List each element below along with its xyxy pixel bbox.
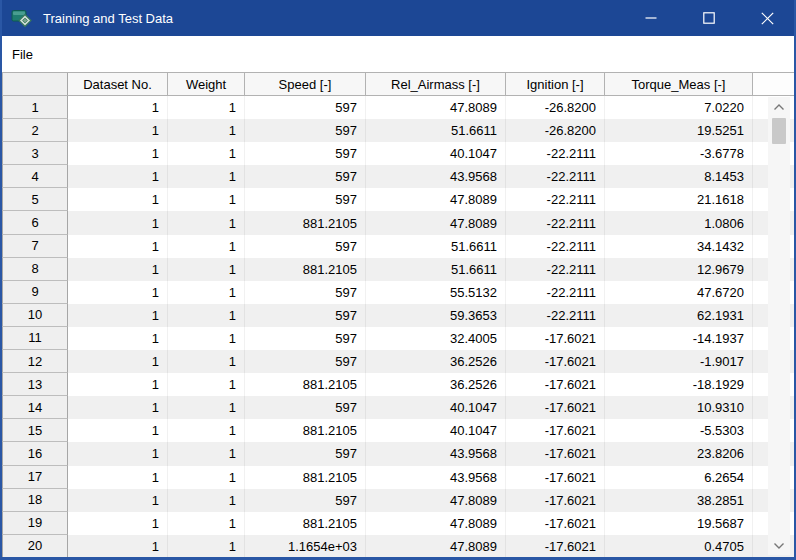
table-cell[interactable]: 1 <box>168 327 245 350</box>
table-cell[interactable]: 1 <box>68 350 168 373</box>
table-cell[interactable]: 597 <box>245 489 366 512</box>
vertical-scrollbar[interactable] <box>768 97 790 555</box>
table-cell[interactable]: 597 <box>245 142 366 165</box>
table-cell[interactable]: -22.2111 <box>506 258 605 281</box>
table-cell[interactable]: 1 <box>68 512 168 535</box>
table-cell[interactable]: 7.0220 <box>605 96 753 119</box>
table-cell[interactable]: 1 <box>68 304 168 327</box>
table-cell[interactable]: -17.6021 <box>506 466 605 489</box>
table-cell[interactable]: 1 <box>168 211 245 234</box>
table-cell[interactable]: 1 <box>68 119 168 142</box>
table-cell[interactable]: -22.2111 <box>506 165 605 188</box>
table-cell[interactable]: 1 <box>168 466 245 489</box>
close-button[interactable] <box>738 0 796 36</box>
table-cell[interactable]: 23.8206 <box>605 442 753 465</box>
table-cell[interactable]: 1 <box>68 327 168 350</box>
table-cell[interactable]: -22.2111 <box>506 304 605 327</box>
table-cell[interactable]: -17.6021 <box>506 350 605 373</box>
table-cell[interactable]: 62.1931 <box>605 304 753 327</box>
scroll-up-button[interactable] <box>768 97 790 116</box>
table-cell[interactable]: -26.8200 <box>506 96 605 119</box>
table-cell[interactable]: 1 <box>168 96 245 119</box>
table-cell[interactable]: -17.6021 <box>506 535 605 558</box>
table-cell[interactable]: -22.2111 <box>506 281 605 304</box>
table-cell[interactable]: 881.2105 <box>245 373 366 396</box>
table-cell[interactable]: -1.9017 <box>605 350 753 373</box>
table-cell[interactable]: -14.1937 <box>605 327 753 350</box>
table-cell[interactable]: 43.9568 <box>366 466 506 489</box>
table-cell[interactable]: 1 <box>68 235 168 258</box>
table-cell[interactable]: 32.4005 <box>366 327 506 350</box>
table-cell[interactable]: 21.1618 <box>605 188 753 211</box>
table-cell[interactable]: 881.2105 <box>245 258 366 281</box>
table-cell[interactable]: -17.6021 <box>506 442 605 465</box>
table-cell[interactable]: 1 <box>168 258 245 281</box>
table-cell[interactable]: 47.8089 <box>366 96 506 119</box>
table-cell[interactable]: 47.6720 <box>605 281 753 304</box>
table-cell[interactable]: 1 <box>68 258 168 281</box>
table-cell[interactable]: 597 <box>245 304 366 327</box>
table-cell[interactable]: -22.2111 <box>506 211 605 234</box>
table-cell[interactable]: -22.2111 <box>506 188 605 211</box>
table-cell[interactable]: 38.2851 <box>605 489 753 512</box>
table-cell[interactable]: -17.6021 <box>506 489 605 512</box>
table-cell[interactable]: 597 <box>245 350 366 373</box>
table-cell[interactable]: 1 <box>168 165 245 188</box>
table-cell[interactable]: 1 <box>168 350 245 373</box>
table-cell[interactable]: 34.1432 <box>605 235 753 258</box>
table-cell[interactable]: 47.8089 <box>366 188 506 211</box>
table-cell[interactable]: 40.1047 <box>366 142 506 165</box>
table-cell[interactable]: -18.1929 <box>605 373 753 396</box>
table-cell[interactable]: 51.6611 <box>366 258 506 281</box>
table-cell[interactable]: 1 <box>68 489 168 512</box>
table-cell[interactable]: 51.6611 <box>366 119 506 142</box>
table-cell[interactable]: 10.9310 <box>605 396 753 419</box>
table-cell[interactable]: 881.2105 <box>245 512 366 535</box>
table-cell[interactable]: 1 <box>168 396 245 419</box>
table-cell[interactable]: 1 <box>168 281 245 304</box>
scroll-down-button[interactable] <box>768 536 790 555</box>
table-cell[interactable]: 1 <box>68 373 168 396</box>
table-cell[interactable]: 597 <box>245 442 366 465</box>
table-cell[interactable]: 1 <box>68 442 168 465</box>
table-cell[interactable]: 36.2526 <box>366 373 506 396</box>
table-cell[interactable]: 47.8089 <box>366 512 506 535</box>
table-cell[interactable]: -17.6021 <box>506 419 605 442</box>
table-cell[interactable]: 1 <box>168 142 245 165</box>
table-cell[interactable]: 597 <box>245 396 366 419</box>
maximize-button[interactable] <box>680 0 738 36</box>
table-cell[interactable]: 1 <box>68 142 168 165</box>
table-cell[interactable]: -22.2111 <box>506 235 605 258</box>
table-cell[interactable]: -5.5303 <box>605 419 753 442</box>
table-cell[interactable]: 1.1654e+03 <box>245 535 366 558</box>
table-cell[interactable]: 1 <box>168 373 245 396</box>
table-cell[interactable]: 1.0806 <box>605 211 753 234</box>
table-cell[interactable]: 55.5132 <box>366 281 506 304</box>
table-cell[interactable]: 1 <box>68 396 168 419</box>
table-cell[interactable]: 1 <box>68 419 168 442</box>
table-cell[interactable]: 1 <box>168 235 245 258</box>
table-cell[interactable]: 1 <box>168 535 245 558</box>
minimize-button[interactable] <box>622 0 680 36</box>
table-cell[interactable]: 59.3653 <box>366 304 506 327</box>
table-cell[interactable]: 6.2654 <box>605 466 753 489</box>
table-cell[interactable]: 1 <box>168 304 245 327</box>
table-cell[interactable]: 597 <box>245 281 366 304</box>
table-cell[interactable]: 51.6611 <box>366 235 506 258</box>
table-cell[interactable]: 47.8089 <box>366 489 506 512</box>
table-cell[interactable]: 47.8089 <box>366 211 506 234</box>
table-cell[interactable]: 1 <box>168 512 245 535</box>
table-cell[interactable]: -22.2111 <box>506 142 605 165</box>
table-cell[interactable]: -17.6021 <box>506 396 605 419</box>
table-cell[interactable]: -17.6021 <box>506 512 605 535</box>
table-cell[interactable]: 19.5687 <box>605 512 753 535</box>
table-cell[interactable]: -17.6021 <box>506 327 605 350</box>
table-cell[interactable]: 43.9568 <box>366 442 506 465</box>
table-cell[interactable]: 43.9568 <box>366 165 506 188</box>
table-cell[interactable]: -17.6021 <box>506 373 605 396</box>
table-cell[interactable]: 1 <box>68 466 168 489</box>
table-cell[interactable]: 36.2526 <box>366 350 506 373</box>
table-cell[interactable]: 1 <box>168 442 245 465</box>
table-cell[interactable]: 597 <box>245 165 366 188</box>
table-cell[interactable]: 1 <box>68 188 168 211</box>
